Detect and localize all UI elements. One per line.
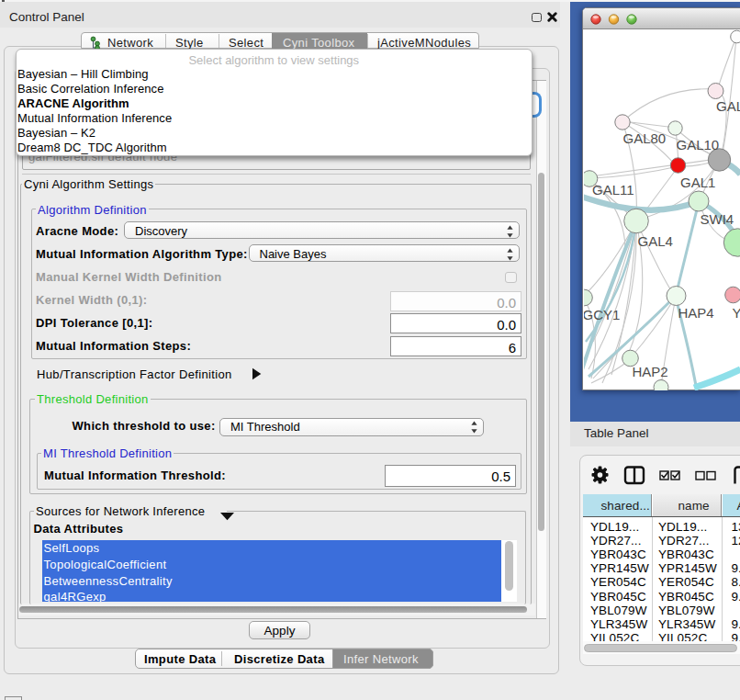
svg-text:HAP4: HAP4 [678, 305, 713, 321]
svg-text:GAL1: GAL1 [680, 175, 715, 190]
svg-text:GAL4: GAL4 [637, 233, 672, 249]
svg-text:HAP2: HAP2 [632, 364, 667, 379]
svg-text:GCY1: GCY1 [584, 307, 620, 322]
svg-text:Y: Y [732, 305, 740, 321]
svg-text:GAL7: GAL7 [716, 98, 740, 114]
svg-text:GAL80: GAL80 [622, 130, 666, 146]
svg-text:SWI4: SWI4 [700, 211, 734, 227]
svg-text:GAL10: GAL10 [676, 137, 719, 152]
svg-text:GAL11: GAL11 [592, 182, 634, 198]
